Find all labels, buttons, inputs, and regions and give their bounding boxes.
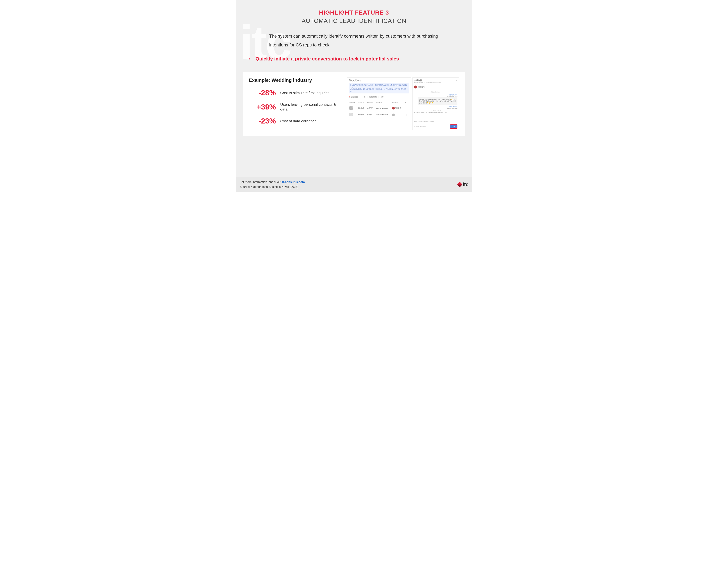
info-line: 1.只有当客服回复状态为"未回复"，支持客服主动发起会话，每条评论内容最多被回复…	[350, 84, 408, 88]
footer: For more information, check out it-consu…	[236, 177, 472, 192]
logo-mark-icon	[457, 182, 463, 187]
comments-table: 笔记头图 笔记名称 评论内容 评论时间 评论用户 客 婚纱拍摄 北京有吗	[349, 100, 409, 118]
stat-value: -28%	[249, 89, 280, 97]
cell-content: 北京有吗	[366, 105, 376, 112]
note-thumb-icon	[349, 113, 353, 116]
stat-label: Cost to stimulate first inquiries	[280, 91, 329, 95]
date-filter[interactable]: 请选择日期	[369, 96, 379, 98]
table-row[interactable]: 婚纱拍摄 北京有吗 2023-07-19 20:26 测试账号	[349, 105, 409, 112]
cell-user	[391, 112, 404, 118]
col-thumb: 笔记头图	[349, 100, 358, 105]
avatar-icon	[392, 107, 395, 110]
note-thumb-icon	[349, 106, 353, 110]
table-row[interactable]: 婚纱拍摄 好想拍 2023-07-19 20:24 … ▌	[349, 112, 409, 118]
avatar-icon	[392, 114, 395, 116]
chat-header: 会话详情 可以便捷地查上下方向键切换未回复的会话详情 ×	[414, 79, 458, 84]
slide-header: HIGHLIGHT FEATURE 3 AUTOMATIC LEAD IDENT…	[243, 9, 465, 24]
chat-title: 会话详情	[414, 79, 441, 82]
logo-text: itc	[463, 182, 468, 187]
footer-link[interactable]: it-consultis.com	[282, 181, 305, 184]
slide: itc HIGHLIGHT FEATURE 3 AUTOMATIC LEAD I…	[236, 0, 472, 177]
chat-username: 测试账号	[418, 86, 425, 88]
stat-value: -23%	[249, 117, 280, 125]
col-content: 评论内容	[366, 100, 376, 105]
avatar-icon	[414, 86, 417, 89]
footer-text: For more information, check out it-consu…	[240, 180, 305, 189]
chat-user-row: 测试账号	[414, 85, 458, 90]
message-meta: 我是产品测试账号 2023-07-19 20:26:53	[414, 94, 458, 97]
example-title: Example: Wedding industry	[249, 78, 342, 83]
timestamp-center: 2023-07-19 20:27:04	[414, 110, 458, 111]
callout-row: → Quickly initiate a private conversatio…	[243, 55, 465, 63]
chat-input[interactable]: 按 Enter 发送消息…	[414, 126, 449, 128]
footer-source: Source: Xiaohongshu Business News (2023)	[240, 185, 298, 188]
cell-name: 婚纱拍摄	[357, 105, 366, 112]
stat-row: +39% Users leaving personal contacts & d…	[249, 102, 342, 112]
chat-bubble: 哈喽薯宝~是想要了解婚纱对嘛，我发几款套餐给你看看🔥还有我们的最新活动和真实客片…	[418, 97, 458, 105]
footer-info-prefix: For more information, check out	[240, 181, 282, 184]
cell-name: 婚纱拍摄	[357, 112, 366, 118]
stat-row: -28% Cost to stimulate first inquiries	[249, 89, 342, 97]
example-panel: Example: Wedding industry -28% Cost to s…	[243, 72, 465, 136]
stat-label: Cost of data collection	[280, 119, 317, 124]
callout-text: Quickly initiate a private conversation …	[256, 56, 399, 62]
feature-subtitle: AUTOMATIC LEAD IDENTIFICATION	[243, 18, 465, 24]
filter-all[interactable]: 全部	[381, 96, 385, 98]
filter-sep: 至	[364, 96, 367, 98]
chat-input-row: 按 Enter 发送消息… 发送	[414, 123, 458, 129]
cell-time: 2023-07-19 20:26	[375, 105, 391, 112]
chat-panel: 会话详情 可以便捷地查上下方向键切换未回复的会话详情 × 测试账号 无更多历史消…	[412, 78, 459, 130]
chat-subtitle: 可以便捷地查上下方向键切换未回复的会话详情	[414, 82, 441, 84]
feature-title: HIGHLIGHT FEATURE 3	[243, 9, 465, 16]
ui-screenshot: 回复笔记评论 1.只有当客服回复状态为"未回复"，支持客服主动发起会话，每条评论…	[347, 78, 459, 130]
col-name: 笔记名称	[357, 100, 366, 105]
chat-limit-note: 对方关注或回复你之前，24小时内最多只能发1条文字消息	[414, 112, 458, 114]
stat-value: +39%	[249, 103, 280, 111]
comments-panel: 回复笔记评论 1.只有当客服回复状态为"未回复"，支持客服主动发起会话，每条评论…	[347, 78, 411, 130]
example-left: Example: Wedding industry -28% Cost to s…	[249, 78, 342, 130]
logo: itc	[458, 182, 468, 187]
cell-content: 好想拍	[366, 112, 376, 118]
close-icon[interactable]: ×	[456, 79, 458, 82]
message-meta: 我是产品测试账号 2023-07-19 20:27:04	[414, 106, 458, 109]
col-extra: 客	[404, 100, 409, 105]
cell-dots: … ▌	[404, 112, 409, 118]
info-notice: 1.只有当客服回复状态为"未回复"，支持客服主动发起会话，每条评论内容最多被回复…	[349, 83, 409, 93]
tag-row: 标签 [笔记评论] 测试账号:北京有吗	[414, 121, 458, 122]
date-filter[interactable]: 📅 请选择日期	[349, 96, 362, 98]
arrow-right-icon: →	[245, 55, 252, 63]
cell-time: 2023-07-19 20:24	[375, 112, 391, 118]
no-history-text: 无更多历史消息了	[414, 91, 458, 93]
stat-row: -23% Cost of data collection	[249, 117, 342, 125]
filter-bar: 📅 请选择日期 至 请选择日期 全部	[349, 95, 409, 99]
panel-title: 回复笔记评论	[349, 79, 409, 82]
send-button[interactable]: 发送	[450, 124, 458, 129]
description: The system can automatically identify co…	[269, 32, 439, 50]
info-line: 2.为了保障C端用户体验，评价时间距当前时间超过 14 天的未回复内容不再支持发…	[350, 88, 407, 92]
col-time: 评论时间	[375, 100, 391, 105]
stat-label: Users leaving personal contacts & data	[280, 102, 342, 112]
cell-user: 测试账号	[391, 105, 404, 112]
col-user: 评论用户	[391, 100, 404, 105]
